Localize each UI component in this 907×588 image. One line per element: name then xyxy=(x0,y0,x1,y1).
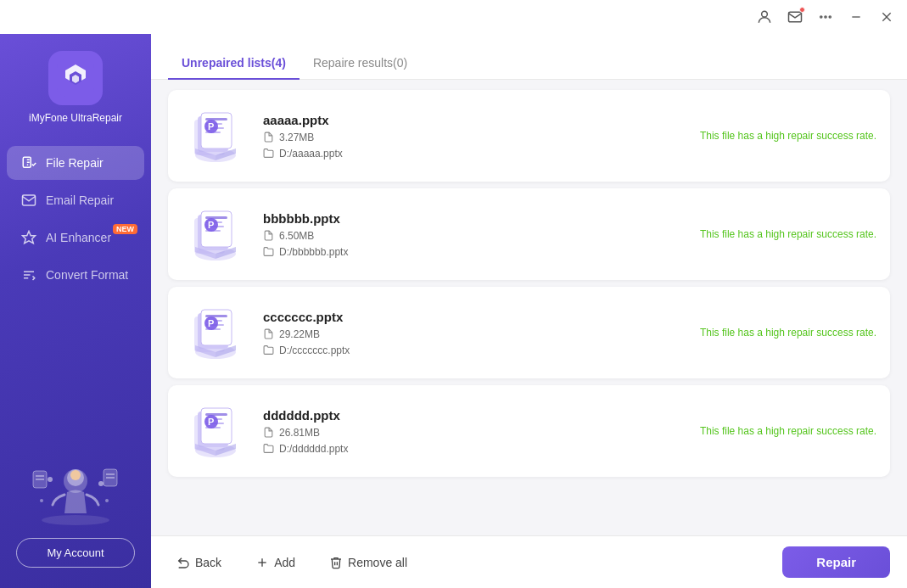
file-info: bbbbbb.pptx 6.50MB D:/bbbbbb.pptx xyxy=(263,211,686,258)
file-size: 29.22MB xyxy=(263,328,686,340)
my-account-button[interactable]: My Account xyxy=(16,538,135,568)
sidebar: iMyFone UltraRepair File Repair xyxy=(0,34,151,588)
svg-point-2 xyxy=(820,16,822,18)
close-icon[interactable] xyxy=(876,7,897,27)
bottom-toolbar: Back Add Remove all Repair xyxy=(151,535,907,588)
sidebar-label-convert-format: Convert Format xyxy=(46,268,128,282)
ai-enhancer-icon xyxy=(20,229,37,246)
new-badge: NEW xyxy=(113,224,137,234)
file-icon xyxy=(263,427,274,438)
file-size: 6.50MB xyxy=(263,230,686,242)
svg-point-19 xyxy=(105,499,109,502)
sidebar-item-file-repair[interactable]: File Repair xyxy=(7,146,144,180)
file-item: P aaaaa.pptx 3.27MB xyxy=(168,90,890,182)
trash-icon xyxy=(329,556,343,569)
repair-button[interactable]: Repair xyxy=(782,546,890,578)
file-info: dddddd.pptx 26.81MB D:/dddddd.pptx xyxy=(263,408,686,455)
svg-point-18 xyxy=(40,499,43,502)
svg-point-15 xyxy=(70,470,81,480)
file-list: P aaaaa.pptx 3.27MB xyxy=(151,80,907,535)
svg-text:P: P xyxy=(208,417,214,427)
add-button[interactable]: Add xyxy=(247,551,304,574)
main-content: Unrepaired lists(4) Repaire results(0) xyxy=(151,34,907,588)
file-size: 3.27MB xyxy=(263,132,686,143)
file-item: P bbbbbb.pptx 6.50MB xyxy=(168,188,890,280)
remove-all-button[interactable]: Remove all xyxy=(321,551,416,574)
file-path: D:/ccccccc.pptx xyxy=(263,344,686,356)
file-name: ccccccc.pptx xyxy=(263,310,686,324)
file-thumbnail: P xyxy=(182,299,249,367)
file-icon xyxy=(263,132,274,143)
title-bar xyxy=(0,0,907,34)
file-path: D:/dddddd.pptx xyxy=(263,443,686,455)
back-icon xyxy=(176,556,190,569)
file-path: D:/bbbbbb.pptx xyxy=(263,246,686,258)
file-icon xyxy=(263,230,274,241)
app-name: iMyFone UltraRepair xyxy=(29,112,122,126)
email-repair-icon xyxy=(20,192,37,209)
sidebar-label-ai-enhancer: AI Enhancer xyxy=(46,231,111,244)
file-name: dddddd.pptx xyxy=(263,408,686,423)
user-icon[interactable] xyxy=(754,7,775,27)
file-item: P ccccccc.pptx 29.22MB xyxy=(168,287,890,378)
file-repair-icon xyxy=(20,154,37,171)
folder-icon xyxy=(263,148,274,159)
svg-point-12 xyxy=(42,515,109,525)
file-item: P dddddd.pptx 26.81MB xyxy=(168,385,890,477)
mail-icon[interactable] xyxy=(785,7,805,27)
folder-icon xyxy=(263,246,274,257)
menu-icon[interactable] xyxy=(815,7,836,27)
sidebar-item-email-repair[interactable]: Email Repair xyxy=(7,183,144,217)
file-path: D:/aaaaa.pptx xyxy=(263,148,686,160)
file-name: aaaaa.pptx xyxy=(263,113,686,127)
svg-text:P: P xyxy=(208,220,214,230)
svg-point-17 xyxy=(98,481,104,486)
sidebar-item-convert-format[interactable]: Convert Format xyxy=(7,258,144,292)
file-status: This file has a high repair success rate… xyxy=(700,130,876,142)
file-icon xyxy=(263,328,274,339)
file-thumbnail: P xyxy=(182,397,249,465)
app-logo xyxy=(48,51,103,105)
minimize-icon[interactable] xyxy=(846,7,866,27)
svg-point-3 xyxy=(825,16,826,18)
sidebar-bottom: My Account xyxy=(0,460,151,574)
svg-text:P: P xyxy=(208,121,214,132)
tab-unrepaired[interactable]: Unrepaired lists(4) xyxy=(168,48,300,80)
convert-format-icon xyxy=(20,266,37,283)
file-status: This file has a high repair success rate… xyxy=(700,327,876,339)
folder-icon xyxy=(263,443,274,454)
sidebar-illustration xyxy=(25,460,126,528)
sidebar-nav: File Repair Email Repair AI Enhancer xyxy=(0,146,151,460)
file-status: This file has a high repair success rate… xyxy=(700,425,876,437)
folder-icon xyxy=(263,344,274,356)
sidebar-item-ai-enhancer[interactable]: AI Enhancer NEW xyxy=(7,221,144,255)
sidebar-label-file-repair: File Repair xyxy=(46,156,104,170)
toolbar-left: Back Add Remove all xyxy=(168,551,416,574)
tabs-bar: Unrepaired lists(4) Repaire results(0) xyxy=(151,34,907,80)
file-thumbnail: P xyxy=(182,102,249,170)
file-thumbnail: P xyxy=(182,200,249,268)
file-info: ccccccc.pptx 29.22MB D:/ccccccc.pptx xyxy=(263,310,686,356)
file-status: This file has a high repair success rate… xyxy=(700,228,876,240)
svg-marker-11 xyxy=(23,231,36,243)
sidebar-label-email-repair: Email Repair xyxy=(46,193,114,207)
file-size: 26.81MB xyxy=(263,427,686,439)
add-icon xyxy=(255,556,269,569)
svg-rect-65 xyxy=(205,413,227,416)
back-button[interactable]: Back xyxy=(168,551,230,574)
svg-point-0 xyxy=(762,11,768,17)
tab-repaired[interactable]: Repaire results(0) xyxy=(300,48,421,80)
file-name: bbbbbb.pptx xyxy=(263,211,686,226)
svg-text:P: P xyxy=(208,318,214,328)
app-body: iMyFone UltraRepair File Repair xyxy=(0,34,907,588)
svg-rect-29 xyxy=(205,118,227,120)
svg-point-16 xyxy=(48,477,53,482)
svg-rect-41 xyxy=(205,216,227,219)
svg-point-4 xyxy=(829,16,831,18)
file-info: aaaaa.pptx 3.27MB D:/aaaaa.pptx xyxy=(263,113,686,160)
svg-rect-53 xyxy=(205,315,227,317)
